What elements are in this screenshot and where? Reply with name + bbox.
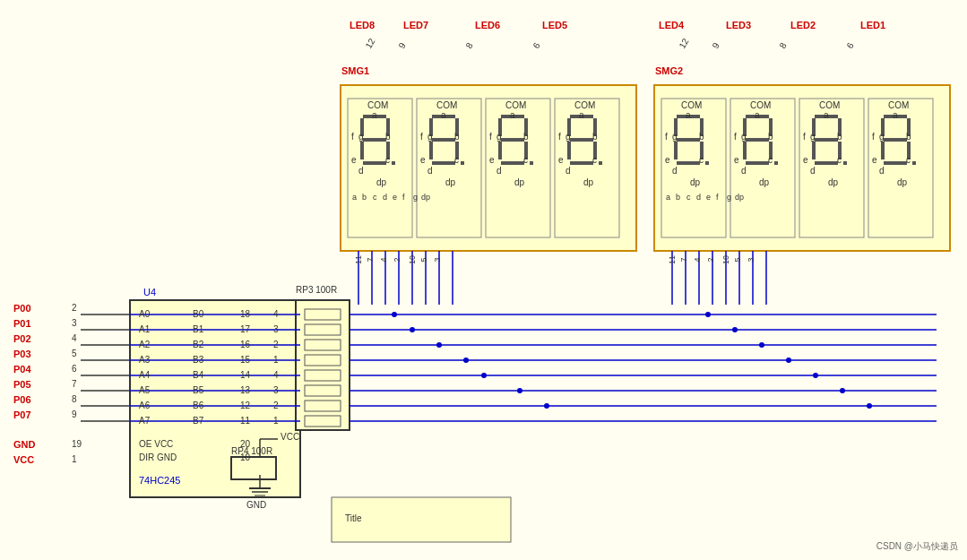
- seg-f-label: f: [351, 132, 354, 142]
- seg-g-g1d4: g: [566, 132, 571, 142]
- seg-c-g1d3: c: [523, 155, 528, 165]
- ic-b7: B7: [193, 416, 203, 426]
- seg-g-g2d1: g: [672, 132, 678, 142]
- seg-c-g2d4: c: [906, 155, 911, 165]
- com-g1d3: COM: [505, 100, 526, 110]
- svg-rect-17: [392, 161, 395, 165]
- ic-b4: B4: [193, 370, 203, 380]
- seg-g-g2d3: g: [810, 132, 816, 142]
- seg-c-g2d3: c: [837, 155, 842, 165]
- ic-b0-num2: 4: [273, 309, 279, 319]
- rp4-label: RP4 100R: [231, 446, 272, 456]
- seg-c-g1d4: c: [592, 155, 597, 165]
- seg-g-g2d2: g: [741, 132, 747, 142]
- port-p03-num: 5: [72, 349, 77, 358]
- svg-point-100: [705, 312, 711, 317]
- pin-8-1: 8: [463, 41, 474, 50]
- seg-g-label: g: [358, 132, 364, 142]
- seg-c-g2d1: c: [699, 155, 704, 165]
- wire2-num-7: 7: [679, 257, 688, 262]
- watermark-text: CSDN @小马快递员: [876, 540, 958, 553]
- seg-g-g1d3: g: [496, 132, 502, 142]
- svg-rect-57: [774, 161, 778, 165]
- bot-f: f: [402, 193, 405, 202]
- svg-rect-81: [305, 385, 341, 396]
- bot2-d: d: [696, 193, 701, 202]
- wire-num-7: 7: [366, 257, 375, 262]
- seg-b-g2d1: b: [699, 132, 704, 142]
- vcc-num: 1: [72, 454, 77, 464]
- seg-e-g1d4: e: [558, 155, 564, 165]
- bot2-dp: dp: [735, 193, 744, 202]
- port-p06: P06: [13, 394, 31, 405]
- dp-g1d2: dp: [445, 177, 455, 187]
- com-g2d3: COM: [819, 100, 840, 110]
- bot2-a: a: [666, 193, 670, 202]
- wire2-num-3: 3: [747, 257, 755, 262]
- vcc-rp4: VCC: [281, 432, 299, 442]
- svg-rect-6: [661, 99, 726, 237]
- seg-d-g2d1: d: [672, 166, 678, 176]
- port-p06-num: 8: [72, 394, 77, 404]
- bot-e: e: [393, 193, 397, 202]
- svg-rect-49: [705, 161, 709, 165]
- port-p05: P05: [13, 379, 31, 390]
- seg-b-g1d3: b: [523, 132, 529, 142]
- port-p00-num: 2: [72, 303, 77, 313]
- ic-u4-label: U4: [143, 287, 156, 297]
- bot-g: g: [413, 193, 418, 202]
- ic-a5: A5: [139, 385, 150, 395]
- seg-a-g1d2: a: [441, 110, 446, 120]
- ic-b0: B0: [193, 309, 203, 319]
- svg-rect-69: [884, 138, 907, 142]
- pin-8-2: 8: [777, 41, 788, 50]
- svg-rect-29: [501, 138, 524, 142]
- port-p07-num: 9: [72, 409, 77, 419]
- svg-point-98: [517, 388, 522, 393]
- svg-rect-30: [498, 142, 502, 159]
- ic-a4: A4: [139, 370, 150, 380]
- port-p02-num: 4: [72, 333, 77, 343]
- svg-rect-46: [674, 142, 678, 159]
- seg-f-g1d3: f: [489, 132, 492, 142]
- wire2-num-2: 2: [706, 257, 715, 262]
- svg-rect-77: [305, 324, 341, 335]
- led5-label: LED5: [542, 20, 567, 30]
- svg-rect-24: [432, 161, 455, 165]
- svg-rect-83: [305, 416, 341, 426]
- port-p04: P04: [13, 364, 31, 375]
- seg-a-g2d2: a: [755, 110, 760, 120]
- seg-a-g1d4: a: [579, 110, 584, 120]
- led1-label: LED1: [860, 20, 885, 30]
- seg-f-g1d4: f: [558, 132, 561, 142]
- ic-b4-num2: 4: [273, 370, 279, 380]
- seg-a-g1d3: a: [510, 110, 515, 120]
- svg-rect-72: [884, 161, 907, 165]
- svg-rect-73: [912, 161, 916, 165]
- pin-9-1: 9: [396, 41, 407, 50]
- svg-rect-80: [305, 370, 341, 381]
- svg-rect-41: [599, 161, 602, 165]
- ic-b2: B2: [193, 340, 203, 349]
- ic-b3-num2: 1: [273, 355, 279, 365]
- svg-point-96: [463, 358, 469, 363]
- com-g2d1: COM: [681, 100, 702, 110]
- port-p01-num: 3: [72, 318, 77, 328]
- seg-b-g2d3: b: [837, 132, 842, 142]
- dp-g2d4: dp: [897, 177, 907, 187]
- svg-point-93: [392, 312, 397, 317]
- svg-rect-21: [432, 138, 455, 142]
- wire-num-3: 3: [433, 257, 442, 262]
- svg-rect-45: [677, 138, 700, 142]
- vcc-label: VCC: [13, 454, 34, 465]
- seg-d-g1d3: d: [496, 166, 502, 176]
- seg-a-g2d1: a: [686, 110, 691, 120]
- dp-g2d3: dp: [828, 177, 838, 187]
- dp-g2d1: dp: [690, 177, 700, 187]
- ic-b6-num2: 2: [273, 401, 279, 410]
- svg-rect-84: [231, 457, 276, 479]
- ic-a3: A3: [139, 355, 150, 365]
- ic-b7-num2: 1: [273, 416, 279, 426]
- svg-rect-70: [881, 142, 885, 159]
- port-p05-num: 7: [72, 379, 77, 389]
